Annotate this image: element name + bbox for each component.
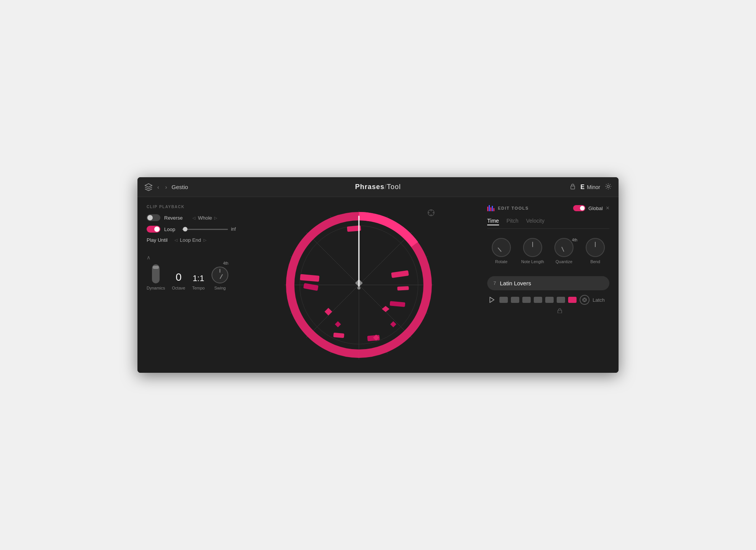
note-length-tool[interactable]: Note Length	[519, 238, 547, 264]
global-label: Global	[588, 205, 603, 211]
swing-label: Swing	[214, 286, 226, 290]
tools-grid: Rotate Note Length 4th Quantize	[487, 238, 609, 264]
key-scale: Minor	[587, 184, 600, 190]
loop-end-prev-arrow[interactable]: ◁	[174, 238, 178, 242]
header-center: Phrases/Tool	[300, 183, 456, 191]
step-btn-2[interactable]	[511, 297, 519, 303]
play-button[interactable]	[487, 295, 496, 304]
nav-prev-button[interactable]: ‹	[156, 183, 161, 191]
global-toggle-switch[interactable]	[573, 205, 585, 211]
header: ‹ › Gestio Phrases/Tool E Minor	[137, 177, 619, 197]
tab-time[interactable]: Time	[487, 218, 499, 225]
rotate-tool[interactable]: Rotate	[487, 238, 515, 264]
tab-velocity[interactable]: Velocity	[526, 218, 544, 225]
dynamics-knob[interactable]	[152, 264, 160, 283]
instance-name: Gestio	[171, 184, 188, 190]
bend-knob[interactable]	[586, 238, 605, 257]
step-btn-4[interactable]	[534, 297, 542, 303]
svg-rect-38	[492, 206, 493, 211]
move-icon[interactable]	[427, 209, 435, 219]
play-until-label: Play Until	[147, 237, 168, 243]
reverse-row: Reverse ◁ Whole ▷	[147, 214, 231, 221]
svg-rect-35	[487, 207, 488, 211]
loop-label: Loop	[164, 226, 175, 232]
app-title: Phrases/Tool	[355, 183, 401, 191]
loop-toggle[interactable]	[147, 226, 160, 233]
phrase-section: 7 Latin Lovers	[487, 276, 609, 314]
wheel-container[interactable]	[279, 205, 439, 365]
loop-row: Loop inf	[147, 226, 231, 233]
rotate-knob[interactable]	[492, 238, 511, 257]
edit-tools-header: EDIT TOOLS Global ×	[487, 205, 609, 212]
whole-selector[interactable]: ◁ Whole ▷	[192, 215, 217, 221]
step-btn-6[interactable]	[557, 297, 565, 303]
edit-tools-icon	[487, 205, 495, 211]
loop-slider-row: inf	[182, 226, 236, 232]
svg-rect-26	[300, 274, 320, 282]
svg-point-44	[584, 301, 585, 302]
key-letter: E	[580, 184, 585, 191]
svg-rect-28	[391, 270, 409, 278]
fx-button[interactable]	[580, 295, 590, 305]
octave-value: 0	[176, 271, 182, 283]
play-until-row: Play Until ◁ Loop End ▷	[147, 237, 231, 243]
step-btn-5[interactable]	[545, 297, 554, 303]
quantize-knob[interactable]	[554, 238, 573, 257]
global-toggle[interactable]: Global	[573, 205, 603, 211]
tab-pitch[interactable]: Pitch	[507, 218, 519, 225]
rotate-label: Rotate	[495, 259, 507, 264]
whole-value: Whole	[198, 215, 212, 221]
octave-label: Octave	[172, 286, 185, 290]
svg-rect-45	[558, 310, 562, 313]
svg-rect-29	[390, 301, 405, 307]
svg-rect-39	[493, 208, 494, 211]
loop-end-selector[interactable]: ◁ Loop End ▷	[174, 237, 207, 243]
step-btn-3[interactable]	[522, 297, 531, 303]
step-btn-1[interactable]	[499, 297, 508, 303]
bend-label: Bend	[590, 259, 600, 264]
svg-point-42	[585, 299, 586, 301]
reverse-toggle[interactable]	[147, 214, 160, 221]
quantize-tool[interactable]: 4th Quantize	[550, 238, 578, 264]
whole-next-arrow[interactable]: ▷	[214, 216, 217, 220]
app-container: ‹ › Gestio Phrases/Tool E Minor	[137, 177, 619, 373]
loop-end-next-arrow[interactable]: ▷	[204, 238, 207, 242]
tabs-row: Time Pitch Velocity	[487, 218, 609, 229]
chevron-up-icon[interactable]: ∧	[147, 254, 231, 260]
key-display: E Minor	[580, 184, 600, 191]
close-button[interactable]: ×	[606, 205, 609, 212]
tempo-knob-item: 1:1 Tempo	[192, 273, 205, 290]
bend-tool[interactable]: Bend	[581, 238, 609, 264]
lock-icon[interactable]	[570, 183, 576, 191]
svg-rect-30	[397, 286, 409, 291]
phrase-item: 7 Latin Lovers	[487, 276, 609, 290]
note-length-label: Note Length	[521, 259, 544, 264]
left-panel: CLIP PLAYBACK Reverse ◁ Whole ▷ Loop	[147, 205, 231, 365]
svg-rect-36	[489, 205, 490, 211]
phrase-number: 7	[493, 280, 496, 286]
svg-rect-0	[571, 186, 575, 189]
swing-knob[interactable]	[212, 267, 228, 283]
note-length-knob[interactable]	[523, 238, 542, 257]
step-btn-7[interactable]	[568, 297, 577, 303]
main-content: CLIP PLAYBACK Reverse ◁ Whole ▷ Loop	[137, 197, 619, 373]
svg-point-34	[357, 286, 360, 290]
cube-icon[interactable]	[144, 183, 153, 191]
wheel-svg[interactable]	[279, 205, 439, 365]
reverse-label: Reverse	[164, 215, 183, 221]
svg-rect-37	[490, 207, 491, 211]
clip-playback-label: CLIP PLAYBACK	[147, 205, 231, 209]
loop-end-value: Loop End	[180, 237, 201, 243]
quantize-sublabel: 4th	[572, 238, 577, 242]
center-panel	[238, 205, 480, 365]
gear-icon[interactable]	[605, 183, 612, 191]
whole-prev-arrow[interactable]: ◁	[192, 216, 195, 220]
svg-point-41	[583, 299, 584, 301]
nav-next-button[interactable]: ›	[164, 183, 169, 191]
right-panel: EDIT TOOLS Global × Time Pitch Velocity	[487, 205, 609, 365]
left-controls-bottom: ∧ Dynamics 0 Octave	[147, 254, 231, 290]
phrase-controls: Latch	[487, 295, 609, 305]
lock-small-icon	[487, 308, 609, 314]
loop-inf-value: inf	[231, 226, 236, 232]
loop-slider[interactable]	[182, 229, 228, 230]
